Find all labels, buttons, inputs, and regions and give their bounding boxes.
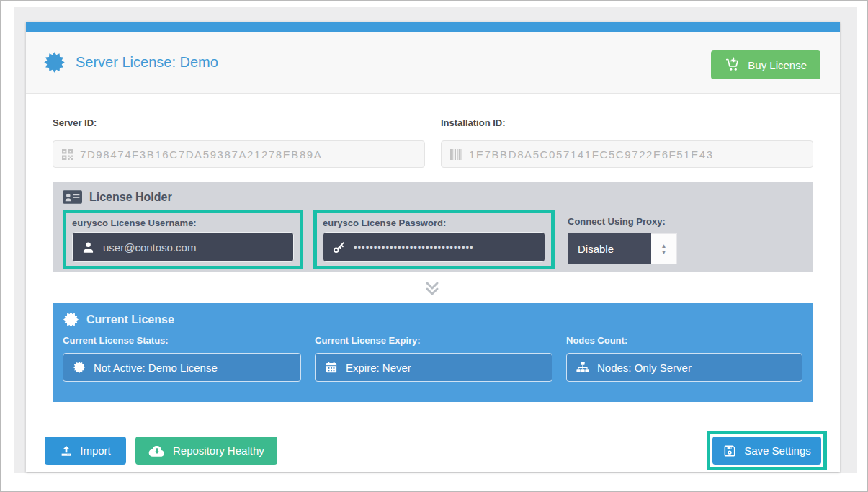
server-id-field [53,140,425,168]
calendar-icon [325,361,338,374]
current-license-title: Current License [86,313,174,326]
import-label: Import [80,444,111,457]
save-settings-button[interactable]: Save Settings [712,437,821,465]
current-license-header: Current License [63,311,174,328]
save-settings-label: Save Settings [744,444,811,457]
save-settings-highlight-box: Save Settings [707,431,827,470]
buy-license-label: Buy License [748,59,807,71]
buy-license-button[interactable]: Buy License [711,50,820,79]
license-holder-header: License Holder [63,189,172,205]
upload-icon [60,444,73,457]
server-id-value [80,148,424,161]
spinner-arrows-icon[interactable]: ▲▼ [651,233,677,264]
expiry-label: Current License Expiry: [315,335,421,346]
status-field: Not Active: Demo License [63,353,301,382]
password-highlight-box: eurysco License Password: [313,210,555,269]
username-input-wrap [72,232,294,262]
nodes-field: Nodes: Only Server [566,353,802,382]
password-input-wrap [323,232,545,262]
status-value: Not Active: Demo License [94,362,218,374]
server-id-label: Server ID: [53,117,97,128]
nodes-value: Nodes: Only Server [597,362,692,374]
save-floppy-icon [722,444,737,458]
license-badge-icon [43,51,66,73]
user-icon [81,241,95,254]
id-card-icon [63,189,82,205]
panel-accent-bar [26,22,840,32]
proxy-selected-value: Disable [568,233,651,264]
password-input[interactable] [354,242,545,253]
import-button[interactable]: Import [45,437,126,465]
proxy-select[interactable]: Disable ▲▼ [568,233,677,264]
expiry-field: Expire: Never [315,353,552,382]
license-holder-section: License Holder eurysco License Username:… [53,182,813,272]
qrcode-icon [62,149,73,160]
username-input[interactable] [103,241,293,254]
username-highlight-box: eurysco License Username: [63,210,303,269]
page-title: Server License: Demo [76,54,218,71]
cloud-download-icon [148,444,166,457]
repository-healthy-label: Repository Healthy [173,444,264,457]
repository-healthy-button[interactable]: Repository Healthy [135,437,277,465]
password-label: eurysco License Password: [323,216,545,228]
key-icon [332,241,346,254]
sitemap-icon [576,361,589,374]
cart-arrow-down-icon [725,57,741,73]
proxy-label: Connect Using Proxy: [568,216,666,227]
installation-id-label: Installation ID: [441,117,506,128]
panel-body: Server ID: Installation ID: [26,94,840,472]
installation-id-value [469,148,813,161]
license-badge-icon [63,311,79,328]
license-holder-title: License Holder [89,191,172,204]
username-label: eurysco License Username: [72,216,294,228]
nodes-label: Nodes Count: [566,335,627,346]
barcode-icon [450,149,462,160]
panel-header: Server License: Demo Buy License [26,32,840,94]
collapse-double-chevron-icon[interactable] [423,281,442,297]
status-label: Current License Status: [63,335,169,346]
expiry-value: Expire: Never [346,362,411,374]
license-badge-icon [73,361,86,374]
installation-id-field [441,140,813,168]
page: Server License: Demo Buy License Server … [0,0,868,492]
current-license-section: Current License Current License Status: … [53,303,813,402]
server-license-panel: Server License: Demo Buy License Server … [26,22,840,472]
